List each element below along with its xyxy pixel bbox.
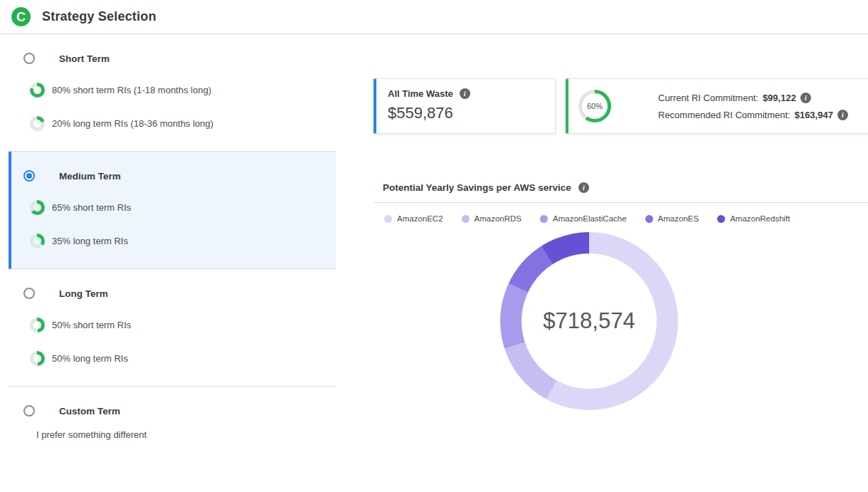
radio-short-term[interactable] <box>23 53 35 64</box>
commitment-ring-icon: 60% <box>578 90 611 122</box>
waste-value: $559,876 <box>388 104 544 122</box>
legend-item-AmazonRedshift[interactable]: AmazonRedshift <box>717 214 790 223</box>
radio-long-term[interactable] <box>23 288 35 299</box>
chart-title: Potential Yearly Savings per AWS service <box>383 182 571 193</box>
legend-item-AmazonEC2[interactable]: AmazonEC2 <box>384 214 443 223</box>
strategy-label: Long Term <box>59 288 108 299</box>
option-label: 35% long term RIs <box>52 236 128 246</box>
current-commitment-label: Current RI Commitment: <box>658 93 758 103</box>
strategy-option-row: 50% long term RIs <box>30 351 336 366</box>
info-icon[interactable]: i <box>837 110 848 120</box>
option-label: 50% short term RIs <box>52 320 131 330</box>
legend-label: AmazonES <box>658 214 699 223</box>
chart-legend: AmazonEC2AmazonRDSAmazonElastiCacheAmazo… <box>384 214 790 223</box>
legend-label: AmazonElastiCache <box>553 214 627 223</box>
legend-item-AmazonRDS[interactable]: AmazonRDS <box>462 214 522 223</box>
legend-label: AmazonRedshift <box>730 214 790 223</box>
info-icon[interactable]: i <box>460 88 470 99</box>
legend-label: AmazonRDS <box>475 214 522 223</box>
option-label: 20% long term RIs (18-36 months long) <box>52 118 213 129</box>
strategy-group-custom-term[interactable]: Custom Term I prefer something different <box>9 387 336 460</box>
option-label: 65% short term RIs <box>52 202 131 213</box>
option-label: 50% long term RIs <box>52 353 128 364</box>
progress-ring-icon <box>30 234 45 248</box>
chart-header: Potential Yearly Savings per AWS service… <box>383 182 589 193</box>
all-time-waste-card: All Time Waste i $559,876 <box>374 78 556 134</box>
progress-ring-icon <box>30 116 45 131</box>
waste-card-title: All Time Waste <box>388 88 453 99</box>
main-layout: Short Term 80% short term RIs (1-18 mont… <box>0 34 868 492</box>
donut-hole: $718,574 <box>522 253 657 389</box>
progress-ring-icon <box>30 83 45 98</box>
info-icon[interactable]: i <box>578 182 589 193</box>
recommended-commitment-label: Recommended RI Commitment: <box>658 110 790 120</box>
strategy-group-medium-term[interactable]: Medium Term 65% short term RIs 35% long … <box>9 152 336 269</box>
custom-term-description: I prefer something different <box>36 429 336 440</box>
strategy-label: Custom Term <box>59 406 120 417</box>
radio-medium-term[interactable] <box>23 170 35 182</box>
ri-commitment-card: 60% Current RI Commitment: $99,122 i Rec… <box>566 78 868 134</box>
legend-dot-icon <box>540 215 548 223</box>
strategy-title-row: Long Term <box>9 269 336 299</box>
recommended-commitment-value: $163,947 <box>795 110 833 120</box>
current-commitment-value: $99,122 <box>763 93 796 103</box>
current-commitment-line: Current RI Commitment: $99,122 i <box>658 93 848 103</box>
legend-item-AmazonES[interactable]: AmazonES <box>645 214 699 223</box>
page-title: Strategy Selection <box>42 9 157 24</box>
strategy-option-row: 65% short term RIs <box>30 200 336 215</box>
legend-dot-icon <box>717 215 725 223</box>
progress-ring-icon <box>30 351 45 366</box>
donut-total-value: $718,574 <box>543 308 635 334</box>
strategy-title-row: Medium Term <box>11 152 336 182</box>
recommended-commitment-line: Recommended RI Commitment: $163,947 i <box>658 110 848 120</box>
strategy-option-row: 50% short term RIs <box>30 318 336 333</box>
legend-label: AmazonEC2 <box>397 214 443 223</box>
info-icon[interactable]: i <box>800 93 811 103</box>
strategy-label: Short Term <box>59 53 110 64</box>
strategy-option-row: 20% long term RIs (18-36 months long) <box>30 116 336 131</box>
legend-dot-icon <box>645 215 653 223</box>
strategy-label: Medium Term <box>59 171 121 182</box>
strategy-option-row: 80% short term RIs (1-18 months long) <box>30 83 336 98</box>
option-label: 80% short term RIs (1-18 months long) <box>52 85 211 95</box>
strategy-group-short-term[interactable]: Short Term 80% short term RIs (1-18 mont… <box>9 34 336 152</box>
commitment-ring-percent: 60% <box>578 90 611 122</box>
strategy-group-long-term[interactable]: Long Term 50% short term RIs 50% long te… <box>9 269 336 387</box>
progress-ring-icon <box>30 200 45 215</box>
legend-dot-icon <box>384 215 392 223</box>
page-header: C Strategy Selection <box>0 0 868 34</box>
strategy-panel: Short Term 80% short term RIs (1-18 mont… <box>9 34 336 460</box>
radio-custom-term[interactable] <box>23 405 35 417</box>
app-logo-icon: C <box>11 7 31 26</box>
strategy-title-row: Short Term <box>9 34 336 64</box>
strategy-title-row: Custom Term <box>9 387 336 417</box>
legend-dot-icon <box>462 215 470 223</box>
savings-donut: $718,574 <box>500 232 678 410</box>
legend-item-AmazonElastiCache[interactable]: AmazonElastiCache <box>540 214 627 223</box>
progress-ring-icon <box>30 318 45 333</box>
chart-divider <box>374 202 868 203</box>
strategy-option-row: 35% long term RIs <box>30 234 336 248</box>
